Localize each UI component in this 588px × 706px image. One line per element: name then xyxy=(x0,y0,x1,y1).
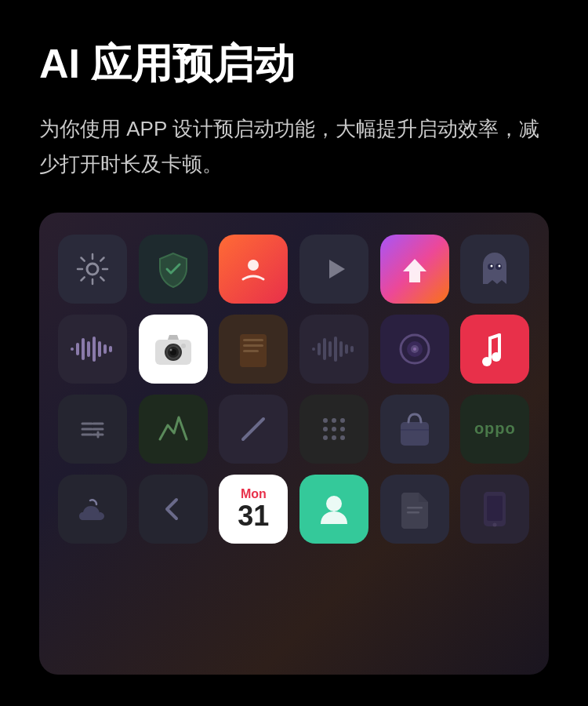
svg-rect-12 xyxy=(98,341,101,357)
svg-point-36 xyxy=(413,348,416,351)
app-icon-back[interactable] xyxy=(139,475,208,544)
app-icon-xiaomi[interactable] xyxy=(219,235,288,304)
app-icon-calc[interactable] xyxy=(58,395,127,464)
app-icon-diagnostic[interactable] xyxy=(139,395,208,464)
svg-rect-29 xyxy=(334,337,337,362)
app-icon-doc[interactable] xyxy=(380,475,449,544)
calendar-day: 31 xyxy=(238,502,269,530)
svg-rect-14 xyxy=(109,346,112,352)
svg-point-51 xyxy=(332,427,336,431)
svg-rect-8 xyxy=(76,343,79,355)
app-icon-security[interactable] xyxy=(139,235,208,304)
app-icon-keka[interactable] xyxy=(380,235,449,304)
app-icon-weather[interactable] xyxy=(58,475,127,544)
svg-point-1 xyxy=(248,260,259,271)
svg-rect-22 xyxy=(243,339,263,341)
svg-point-19 xyxy=(169,348,172,351)
app-icon-calendar[interactable]: Mon 31 xyxy=(219,475,288,544)
svg-rect-24 xyxy=(243,350,259,352)
svg-point-63 xyxy=(493,522,497,526)
app-icon-play[interactable] xyxy=(299,235,368,304)
app-icon-music[interactable] xyxy=(460,315,529,384)
svg-point-38 xyxy=(492,352,501,362)
svg-rect-27 xyxy=(323,338,326,360)
svg-rect-59 xyxy=(407,507,423,509)
svg-rect-28 xyxy=(328,341,332,357)
svg-rect-23 xyxy=(243,344,263,347)
app-icon-ghost[interactable] xyxy=(460,235,529,304)
svg-rect-26 xyxy=(318,343,321,355)
svg-rect-9 xyxy=(82,338,85,360)
svg-rect-62 xyxy=(487,496,503,521)
svg-rect-31 xyxy=(345,344,348,354)
svg-rect-60 xyxy=(407,511,419,514)
svg-point-54 xyxy=(332,435,336,440)
app-icon-record[interactable] xyxy=(380,315,449,384)
app-icon-contacts[interactable] xyxy=(299,475,368,544)
app-icon-dots[interactable] xyxy=(299,395,368,464)
app-icon-camera[interactable] xyxy=(139,315,208,384)
svg-rect-13 xyxy=(103,344,107,354)
svg-point-0 xyxy=(87,264,98,275)
svg-point-50 xyxy=(323,427,328,431)
app-icon-bag[interactable] xyxy=(380,395,449,464)
svg-rect-7 xyxy=(71,348,74,351)
svg-point-37 xyxy=(482,357,492,366)
svg-point-48 xyxy=(332,418,336,423)
svg-point-53 xyxy=(323,435,328,440)
page-title: AI 应用预启动 xyxy=(39,39,549,88)
app-icon-oppo[interactable]: oppo xyxy=(460,395,529,464)
page: AI 应用预启动 为你使用 APP 设计预启动功能，大幅提升启动效率，减少打开时… xyxy=(0,0,588,706)
page-description: 为你使用 APP 设计预启动功能，大幅提升启动效率，减少打开时长及卡顿。 xyxy=(39,111,549,180)
app-icon-book[interactable] xyxy=(219,315,288,384)
svg-point-20 xyxy=(181,344,186,348)
app-icon-audio2[interactable] xyxy=(299,315,368,384)
svg-rect-56 xyxy=(401,422,429,446)
svg-rect-11 xyxy=(93,337,96,362)
svg-rect-32 xyxy=(350,346,354,352)
svg-rect-30 xyxy=(339,341,343,357)
svg-point-49 xyxy=(340,418,345,423)
app-icon-settings[interactable] xyxy=(58,235,127,304)
svg-point-47 xyxy=(323,418,328,423)
app-icon-phone[interactable] xyxy=(460,475,529,544)
oppo-label: oppo xyxy=(474,420,516,438)
apps-grid: oppo xyxy=(58,235,530,544)
app-icon-audio1[interactable] xyxy=(58,315,127,384)
svg-point-6 xyxy=(499,264,501,267)
svg-point-52 xyxy=(340,427,345,431)
svg-point-55 xyxy=(340,435,345,440)
svg-marker-2 xyxy=(329,260,345,278)
svg-rect-10 xyxy=(87,341,90,357)
calendar-month: Mon xyxy=(241,488,267,500)
svg-rect-25 xyxy=(312,348,315,351)
apps-container: oppo xyxy=(39,213,549,675)
svg-point-58 xyxy=(326,496,342,511)
svg-point-5 xyxy=(491,264,493,267)
svg-line-46 xyxy=(243,419,263,439)
app-icon-slash[interactable] xyxy=(219,395,288,464)
